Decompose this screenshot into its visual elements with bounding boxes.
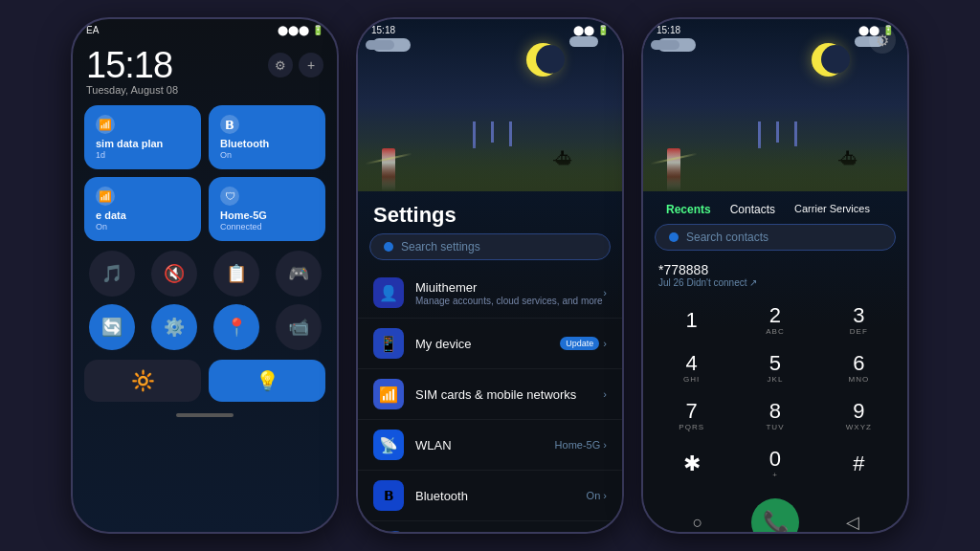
status-icons-1: ⬤⬤⬤ 🔋 xyxy=(278,25,323,35)
settings-search-text: Search settings xyxy=(401,240,480,253)
search-dot xyxy=(384,242,393,252)
dialer-search-dot xyxy=(669,232,679,242)
bluetooth-sub: On xyxy=(220,150,314,160)
wifi-icon: 🛡 xyxy=(220,187,239,206)
dialer-search[interactable]: Search contacts xyxy=(655,224,896,251)
key-2[interactable]: 2 ABC xyxy=(734,298,815,343)
miuithemer-icon: 👤 xyxy=(373,277,404,308)
cloud-left2-2 xyxy=(366,40,394,50)
key-4[interactable]: 4 GHI xyxy=(651,345,732,391)
wifi-sub: Connected xyxy=(220,222,314,231)
bluetooth-value: On › xyxy=(587,490,607,501)
brightness-btn[interactable]: 🔆 xyxy=(84,360,201,402)
sim-settings-arrow: › xyxy=(603,388,607,400)
data-icon: 📶 xyxy=(96,187,115,206)
settings-icon[interactable]: ⚙ xyxy=(268,53,293,77)
miuithemer-sub: Manage accounts, cloud services, and mor… xyxy=(415,296,603,306)
moon-3 xyxy=(812,43,845,77)
key-6[interactable]: 6 MNO xyxy=(818,345,900,391)
bluetooth-icon: 𝗕 xyxy=(220,115,239,134)
back-nav-btn[interactable]: ○ xyxy=(680,505,715,532)
settings-title: Settings xyxy=(358,191,622,233)
tab-contacts[interactable]: Contacts xyxy=(723,199,783,220)
sim-title: sim data plan xyxy=(96,138,189,149)
clipboard-btn[interactable]: 📋 xyxy=(213,251,259,297)
key-star[interactable]: ✱ xyxy=(651,441,732,487)
recent-nav-btn[interactable]: ◁ xyxy=(835,505,870,532)
miuithemer-arrow: › xyxy=(603,287,607,298)
key-1[interactable]: 1 xyxy=(651,298,732,343)
bottom-controls: 🔆 💡 xyxy=(73,354,337,408)
settings-item-sim[interactable]: 📶 SIM cards & mobile networks › xyxy=(358,369,622,420)
keypad: 1 2 ABC 3 DEF 4 GHI 5 JKL xyxy=(643,294,907,491)
settings-search[interactable]: Search settings xyxy=(369,233,611,260)
settings-item-miuithemer[interactable]: 👤 Miuithemer Manage accounts, cloud serv… xyxy=(358,268,622,319)
dialer-search-text: Search contacts xyxy=(686,231,768,244)
settings-screen: 15:18 ⬤⬤ 🔋 xyxy=(358,19,622,532)
status-icons-3: ⬤⬤ 🔋 xyxy=(858,25,894,35)
icon-row-2: 🔄 ⚙️ 📍 📹 xyxy=(73,300,337,354)
device-right: Update › xyxy=(560,337,607,350)
mute-btn[interactable]: 🔇 xyxy=(151,251,197,297)
recent-date: Jul 26 Didn't connect ↗ xyxy=(658,277,757,288)
key-9[interactable]: 9 WXYZ xyxy=(818,393,900,439)
wlan-value: Home-5G › xyxy=(555,439,607,451)
tab-recents[interactable]: Recents xyxy=(658,199,719,220)
camera-btn[interactable]: 📹 xyxy=(276,304,322,350)
phone-1: EA ⬤⬤⬤ 🔋 15:18 Tuesday, August 08 ⚙ + 📶 xyxy=(71,17,339,534)
key-hash[interactable]: # xyxy=(818,441,900,487)
wlan-title: WLAN xyxy=(415,438,555,452)
settings-item-wlan[interactable]: 📡 WLAN Home-5G › xyxy=(358,420,622,471)
settings-item-device[interactable]: 📱 My device Update › xyxy=(358,319,622,369)
phone-2: 15:18 ⬤⬤ 🔋 xyxy=(356,17,624,534)
sim-settings-icon: 📶 xyxy=(373,379,404,409)
wifi-tile[interactable]: 🛡 Home-5G Connected xyxy=(209,177,325,241)
bluetooth-title: Bluetooth xyxy=(220,138,314,149)
key-7[interactable]: 7 PQRS xyxy=(651,393,732,439)
flashlight-btn[interactable]: 💡 xyxy=(209,360,325,402)
bluetooth-settings-title: Bluetooth xyxy=(415,489,587,503)
device-icon: 📱 xyxy=(373,328,404,359)
wlan-icon: 📡 xyxy=(373,430,404,460)
location-btn[interactable]: 📍 xyxy=(213,304,259,350)
key-0[interactable]: 0 + xyxy=(734,441,815,487)
status-icons-2: ⬤⬤ 🔋 xyxy=(573,25,609,35)
data-sub: On xyxy=(96,222,189,231)
clock-time: 15:18 xyxy=(86,45,178,86)
dialer-bottom-nav: ○ 📞 ◁ xyxy=(643,491,907,532)
icon-row-1: 🎵 🔇 📋 🎮 xyxy=(73,247,337,300)
sim-tile[interactable]: 📶 sim data plan 1d xyxy=(84,105,201,169)
gamepad-btn[interactable]: 🎮 xyxy=(276,251,322,297)
miuithemer-title: Miuithemer xyxy=(415,280,603,295)
time-display: 15:18 Tuesday, August 08 ⚙ + xyxy=(73,37,337,99)
sim-icon: 📶 xyxy=(96,115,115,134)
dialer-wallpaper: 15:18 ⬤⬤ 🔋 xyxy=(643,19,907,191)
clock-date: Tuesday, August 08 xyxy=(86,84,178,96)
music-btn[interactable]: 🎵 xyxy=(89,251,135,297)
add-icon[interactable]: + xyxy=(299,53,323,77)
key-3[interactable]: 3 DEF xyxy=(818,298,900,343)
sim-settings-title: SIM cards & mobile networks xyxy=(415,387,603,402)
status-time-3: 15:18 xyxy=(657,25,680,35)
call-button[interactable]: 📞 xyxy=(751,498,799,532)
bluetooth-tile[interactable]: 𝗕 Bluetooth On xyxy=(209,105,325,169)
recent-call[interactable]: *778888 Jul 26 Didn't connect ↗ xyxy=(643,256,907,294)
settings-item-vpn[interactable]: 🖥 VPN › xyxy=(358,521,622,532)
device-title: My device xyxy=(415,337,560,351)
control-tiles: 📶 sim data plan 1d 𝗕 Bluetooth On 📶 e da… xyxy=(73,99,337,247)
phone-3: 15:18 ⬤⬤ 🔋 xyxy=(641,17,909,534)
cloud-right-2 xyxy=(569,36,598,47)
sync-btn[interactable]: 🔄 xyxy=(89,304,135,350)
key-5[interactable]: 5 JKL xyxy=(734,345,815,391)
vpn-icon: 🖥 xyxy=(373,531,404,532)
status-bar-2: 15:18 ⬤⬤ 🔋 xyxy=(358,19,622,37)
settings-btn[interactable]: ⚙️ xyxy=(151,304,197,350)
settings-item-bluetooth[interactable]: 𝗕 Bluetooth On › xyxy=(358,471,622,521)
recent-number: *778888 xyxy=(658,262,757,277)
status-left-1: EA xyxy=(86,25,99,35)
bluetooth-settings-icon: 𝗕 xyxy=(373,480,404,511)
wifi-title: Home-5G xyxy=(220,209,314,221)
tab-carrier[interactable]: Carrier Services xyxy=(787,199,878,220)
data-tile[interactable]: 📶 e data On xyxy=(84,177,201,241)
key-8[interactable]: 8 TUV xyxy=(734,393,815,439)
